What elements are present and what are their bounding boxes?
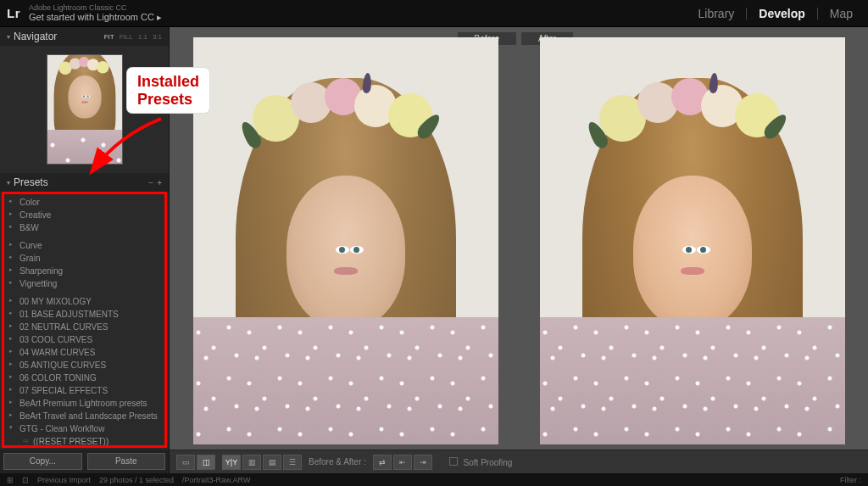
preset-folder[interactable]: B&W: [4, 221, 164, 234]
previous-import-label[interactable]: Previous Import: [37, 476, 91, 484]
presets-list: Color Creative B&W Curve Grain Sharpenin…: [2, 192, 167, 448]
app-logo: Lr: [7, 6, 20, 20]
preset-folder[interactable]: BeArt Travel and Landscape Presets: [4, 410, 164, 422]
presets-title: Presets: [14, 176, 148, 188]
product-name: Adobe Lightroom Classic CC: [29, 4, 690, 13]
grid-icon[interactable]: ⊞: [7, 476, 14, 484]
copy-button[interactable]: Copy...: [3, 453, 82, 470]
module-develop[interactable]: Develop: [750, 3, 813, 24]
preset-folder[interactable]: 03 COOL CURVES: [4, 333, 164, 346]
navigator-title: Navigator: [14, 31, 104, 42]
photo-count: 29 photos / 1 selected: [99, 476, 174, 484]
loupe-view-button[interactable]: ▭: [176, 455, 195, 470]
compare-view-button[interactable]: ◫: [197, 455, 215, 470]
preset-folder[interactable]: 01 BASE ADJUSTMENTS: [4, 308, 164, 321]
callout-line1: Installed: [137, 73, 199, 91]
swap-button[interactable]: ⇄: [373, 455, 392, 470]
soft-proof-label: Soft Proofing: [464, 458, 513, 467]
compare-stack-button[interactable]: ☰: [283, 455, 302, 470]
left-bottom-buttons: Copy... Paste: [0, 450, 169, 473]
module-separator: [746, 8, 747, 20]
before-after-label: Before & After :: [309, 457, 366, 466]
compare-split-button[interactable]: ▥: [242, 455, 261, 470]
preset-folder[interactable]: Creative: [4, 209, 164, 221]
preset-folder[interactable]: 07 SPECIAL EFFECTS: [4, 384, 164, 397]
view-mode-group: ▭ ◫: [176, 455, 215, 470]
zoom-fit[interactable]: FIT: [104, 33, 114, 41]
presets-controls: − +: [148, 178, 162, 187]
before-pane[interactable]: Before: [175, 32, 516, 444]
preset-folder[interactable]: 02 NEUTRAL CURVES: [4, 321, 164, 333]
zoom-3to1[interactable]: 3:1: [153, 33, 162, 41]
add-preset-button[interactable]: +: [157, 178, 162, 187]
compare-view: Before After: [170, 27, 868, 450]
navigator-zoom-modes: FIT FILL 1:1 3:1: [104, 33, 162, 41]
collapse-icon: ▾: [7, 33, 10, 41]
presets-header[interactable]: ▾ Presets − +: [0, 173, 169, 192]
navigator-header[interactable]: ▾ Navigator FIT FILL 1:1 3:1: [0, 27, 169, 46]
app-header: Lr Adobe Lightroom Classic CC Get starte…: [0, 0, 868, 27]
filename-label: /Portrait3-Raw.ARW: [182, 476, 250, 484]
preset-folder[interactable]: 05 ANTIQUE CURVES: [4, 359, 164, 371]
preset-folder[interactable]: BeArt Premium Lightroom presets: [4, 397, 164, 410]
preset-folder[interactable]: 04 WARM CURVES: [4, 346, 164, 359]
zoom-1to1[interactable]: 1:1: [138, 33, 147, 41]
checkbox-icon: [449, 457, 458, 466]
annotation-callout: Installed Presets: [127, 68, 209, 113]
swap-group: ⇄ ⇤ ⇥: [373, 455, 432, 470]
header-titles: Adobe Lightroom Classic CC Get started w…: [29, 4, 690, 23]
preset-item[interactable]: ((RESET PRESET)): [4, 435, 164, 448]
zoom-fill[interactable]: FILL: [120, 33, 133, 41]
preset-folder[interactable]: 06 COLOR TONING: [4, 371, 164, 384]
preset-folder[interactable]: Vignetting: [4, 277, 164, 290]
paste-button[interactable]: Paste: [87, 453, 166, 470]
soft-proof-toggle[interactable]: Soft Proofing: [449, 457, 513, 467]
module-separator: [817, 8, 818, 20]
preset-folder[interactable]: Curve: [4, 239, 164, 252]
compare-side-button[interactable]: Y|Y: [222, 455, 241, 470]
viewer-toolbar: ▭ ◫ Y|Y ▥ ▤ ☰ Before & After : ⇄ ⇤ ⇥ Sof…: [170, 450, 868, 473]
compare-layout-group: Y|Y ▥ ▤ ☰: [222, 455, 302, 470]
preset-folder[interactable]: Sharpening: [4, 265, 164, 277]
preset-folder-open[interactable]: GTG - Clean Workflow: [4, 422, 164, 435]
secondary-display-icon[interactable]: ⊡: [22, 476, 29, 484]
module-switcher: Library Develop Map: [690, 3, 862, 24]
after-photo[interactable]: [540, 37, 845, 444]
collapse-icon: ▾: [7, 179, 10, 187]
callout-line2: Presets: [137, 91, 199, 109]
promo-link[interactable]: Get started with Lightroom CC ▸: [29, 12, 690, 22]
remove-preset-button[interactable]: −: [148, 178, 153, 187]
image-viewer: Before After: [170, 27, 868, 473]
compare-top-button[interactable]: ▤: [263, 455, 281, 470]
preset-folder[interactable]: Grain: [4, 252, 164, 265]
after-pane[interactable]: After: [521, 32, 863, 444]
copy-left-button[interactable]: ⇤: [393, 455, 412, 470]
module-library[interactable]: Library: [690, 3, 743, 24]
preset-folder[interactable]: 00 MY MIXOLOGY: [4, 295, 164, 308]
copy-right-button[interactable]: ⇥: [414, 455, 432, 470]
filmstrip-bar: ⊞ ⊡ Previous Import 29 photos / 1 select…: [0, 473, 868, 486]
module-map[interactable]: Map: [821, 3, 861, 24]
before-photo[interactable]: [193, 37, 498, 444]
filter-label: Filter :: [840, 476, 861, 484]
navigator-thumbnail[interactable]: [47, 54, 123, 165]
preset-folder[interactable]: Color: [4, 196, 164, 209]
